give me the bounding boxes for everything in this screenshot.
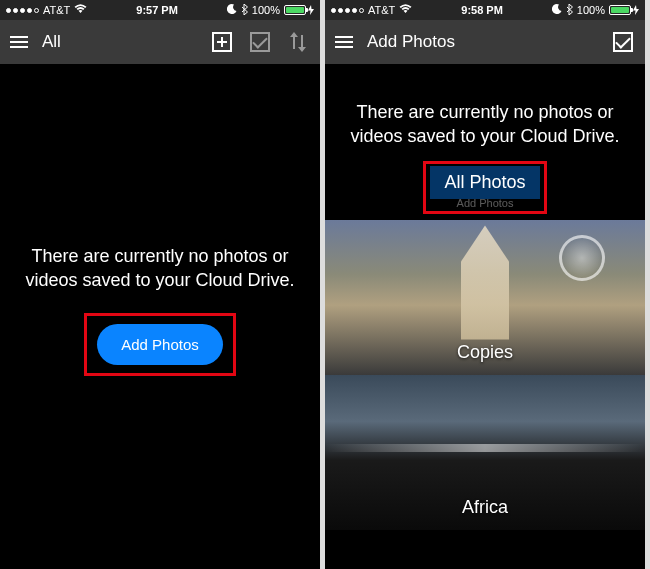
carrier-label: AT&T [43,4,70,16]
bluetooth-icon [241,4,248,17]
signal-icon [6,8,39,13]
add-photos-button[interactable]: Add Photos [97,324,223,365]
album-label: Africa [462,497,508,518]
do-not-disturb-icon [227,4,237,16]
battery-icon [609,5,639,15]
phone-screen-right: AT&T 9:58 PM 100% Add Photos T [325,0,645,569]
do-not-disturb-icon [552,4,562,16]
battery-icon [284,5,314,15]
album-list: Copies Africa [325,220,645,530]
clock-label: 9:58 PM [461,4,503,16]
select-icon[interactable] [611,30,635,54]
empty-line-1: There are currently no photos or [350,100,619,124]
carrier-label: AT&T [368,4,395,16]
phone-screen-left: AT&T 9:57 PM 100% All [0,0,320,569]
all-photos-selector[interactable]: All Photos [430,166,539,199]
battery-percent-label: 100% [577,4,605,16]
empty-line-2: videos saved to your Cloud Drive. [25,268,294,292]
bluetooth-icon [566,4,573,17]
empty-line-1: There are currently no photos or [25,244,294,268]
menu-icon[interactable] [10,36,28,48]
highlight-box: All Photos Add Photos [423,161,546,214]
wifi-icon [399,4,412,16]
nav-title: All [42,32,61,52]
menu-icon[interactable] [335,36,353,48]
status-bar: AT&T 9:57 PM 100% [0,0,320,20]
album-label: Copies [457,342,513,363]
status-bar: AT&T 9:58 PM 100% [325,0,645,20]
album-item[interactable]: Copies [325,220,645,375]
clock-label: 9:57 PM [136,4,178,16]
nav-title: Add Photos [367,32,455,52]
wifi-icon [74,4,87,16]
battery-percent-label: 100% [252,4,280,16]
empty-line-2: videos saved to your Cloud Drive. [350,124,619,148]
add-icon[interactable] [210,30,234,54]
nav-bar: Add Photos [325,20,645,64]
signal-icon [331,8,364,13]
empty-state-message: There are currently no photos or videos … [334,100,635,149]
sort-icon[interactable] [286,30,310,54]
album-item[interactable]: Africa [325,375,645,530]
nav-bar: All [0,20,320,64]
select-icon[interactable] [248,30,272,54]
empty-state-message: There are currently no photos or videos … [9,244,310,293]
highlight-box: Add Photos [84,313,236,376]
